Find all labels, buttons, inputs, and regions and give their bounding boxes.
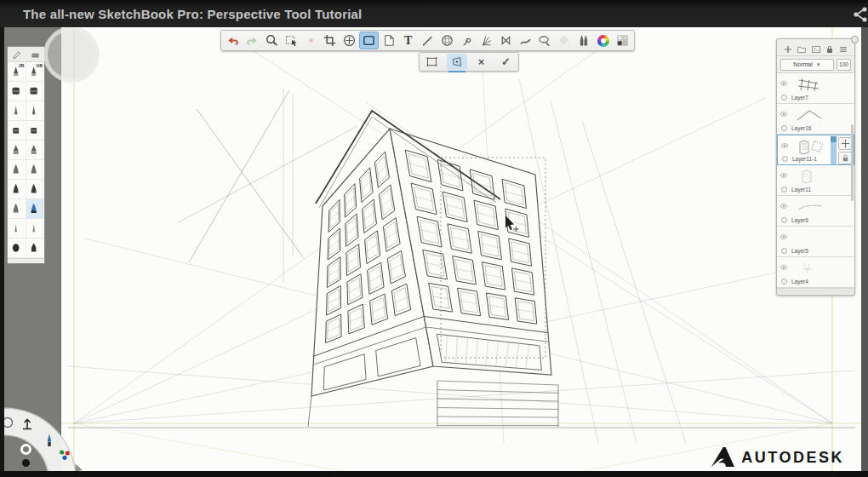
brush-palette: 2BHB: [7, 46, 45, 264]
brush-swatch[interactable]: [26, 82, 45, 101]
layer-radio[interactable]: [781, 248, 787, 254]
lagoon-white-ring[interactable]: [20, 444, 31, 455]
brush-swatch[interactable]: [8, 141, 26, 160]
french-curve-tool[interactable]: [457, 32, 477, 49]
lagoon-colors-icon[interactable]: [57, 447, 72, 463]
layer-radio[interactable]: [781, 95, 787, 101]
lasso-tool[interactable]: [535, 32, 555, 49]
brush-swatch[interactable]: 2B: [8, 62, 26, 82]
brush-swatch[interactable]: [8, 82, 26, 101]
layer-radio[interactable]: [781, 217, 787, 223]
eye-icon[interactable]: [779, 106, 788, 113]
crop-tool[interactable]: [321, 32, 340, 49]
layer-move-button[interactable]: [838, 137, 852, 150]
opacity-field[interactable]: 100: [837, 59, 851, 71]
layer-lock-button[interactable]: [838, 152, 852, 164]
layer-name: Layer4: [791, 279, 808, 284]
layer-folder-icon[interactable]: [797, 43, 807, 53]
brush-pair-tool[interactable]: [574, 32, 593, 49]
eye-icon[interactable]: [779, 76, 788, 83]
frame-left-edge: [0, 27, 4, 471]
brush-swatch[interactable]: [8, 238, 26, 258]
layer-thumbnail: [792, 259, 826, 278]
sphere-guide-tool[interactable]: [437, 32, 457, 49]
brush-swatch[interactable]: [8, 180, 26, 199]
layer-name: Layer6: [791, 217, 808, 223]
brush-swatch[interactable]: [26, 101, 45, 121]
bbox-subtool[interactable]: [422, 54, 443, 70]
brush-swatch[interactable]: [26, 180, 45, 199]
brush-swatch[interactable]: [8, 121, 26, 141]
cancel-subtool[interactable]: ×: [471, 54, 492, 70]
drawing-canvas[interactable]: [4, 27, 861, 471]
redo-tool[interactable]: [243, 32, 262, 49]
undo-tool[interactable]: [223, 32, 243, 49]
layers-list: Layer7Layer16Layer11-1Layer11Layer6Layer…: [777, 73, 854, 288]
layer-thumbnail: [793, 137, 827, 156]
eye-icon[interactable]: [779, 229, 788, 236]
frame-right-edge: [861, 27, 868, 471]
layer-row[interactable]: Layer4: [777, 257, 854, 288]
flip-tool[interactable]: [379, 32, 398, 49]
ruler-fan-tool[interactable]: [477, 32, 496, 49]
share-icon[interactable]: [851, 5, 868, 24]
brush-swatch[interactable]: [26, 141, 45, 160]
color-sample-tool[interactable]: [301, 32, 321, 49]
opacity-value: 100: [839, 61, 848, 67]
layer-row[interactable]: Layer7: [777, 73, 854, 104]
layer-radio[interactable]: [781, 125, 787, 131]
eye-icon[interactable]: [780, 138, 789, 145]
layer-radio[interactable]: [782, 156, 788, 162]
layer-radio[interactable]: [781, 279, 787, 284]
lagoon-brush-icon[interactable]: [42, 433, 57, 448]
layers-scrollbar[interactable]: [851, 124, 854, 201]
layer-image-icon[interactable]: [811, 43, 821, 53]
zoom-tool[interactable]: [262, 32, 282, 49]
brush-swatch[interactable]: [26, 219, 45, 238]
perspective-subtoolbar: ×✓: [419, 52, 519, 72]
swatches-tool[interactable]: [613, 32, 632, 49]
brush-swatch[interactable]: [8, 101, 26, 121]
layer-row[interactable]: Layer5: [777, 227, 854, 257]
layer-lock-icon[interactable]: [825, 43, 835, 53]
selected-layer-strip: [831, 136, 837, 164]
accept-subtool[interactable]: ✓: [496, 54, 517, 70]
layer-thumbnail: [792, 228, 826, 247]
layer-row[interactable]: Layer6: [777, 196, 854, 227]
brush-swatch[interactable]: [26, 121, 45, 141]
left-dock: 2BHB: [4, 27, 61, 471]
brush-swatch[interactable]: [8, 160, 26, 180]
eye-icon[interactable]: [779, 260, 788, 267]
color-wheel-tool[interactable]: [593, 32, 613, 49]
pan-tool[interactable]: [340, 32, 359, 49]
brush-swatch[interactable]: [26, 238, 45, 258]
curve-stroke-tool[interactable]: [516, 32, 535, 49]
selected-layer-buttons: [838, 137, 852, 164]
layer-menu-icon[interactable]: [838, 43, 848, 53]
layer-row[interactable]: Layer16: [777, 104, 854, 135]
symmetry-tool[interactable]: [496, 32, 516, 49]
lagoon-black-dot[interactable]: [22, 459, 30, 467]
layer-radio[interactable]: [781, 187, 787, 193]
brush-swatch[interactable]: [26, 199, 45, 219]
add-layer-icon[interactable]: [783, 43, 793, 53]
fill-tool[interactable]: [554, 32, 574, 49]
pencil-line-tool[interactable]: [418, 32, 437, 49]
lagoon-transform-icon[interactable]: [20, 417, 35, 432]
layers-settings-icon[interactable]: [851, 36, 859, 43]
eraser-tab-icon[interactable]: [30, 49, 41, 60]
eye-icon[interactable]: [779, 198, 788, 205]
text-tool[interactable]: T: [398, 32, 418, 49]
transform-tool[interactable]: [359, 32, 379, 49]
select-tool[interactable]: [282, 32, 301, 49]
brush-swatch[interactable]: [8, 199, 26, 219]
perspective-subtool[interactable]: [447, 54, 467, 70]
blend-mode-select[interactable]: Normal ▼: [780, 59, 834, 71]
layer-row[interactable]: Layer11-1: [777, 135, 854, 165]
brush-swatch[interactable]: [8, 219, 26, 238]
layer-row[interactable]: Layer11: [777, 165, 854, 196]
eye-icon[interactable]: [779, 168, 788, 175]
brush-swatch[interactable]: HB: [26, 62, 45, 82]
brush-swatch[interactable]: [26, 160, 45, 180]
pencil-tab-icon[interactable]: [11, 49, 22, 60]
